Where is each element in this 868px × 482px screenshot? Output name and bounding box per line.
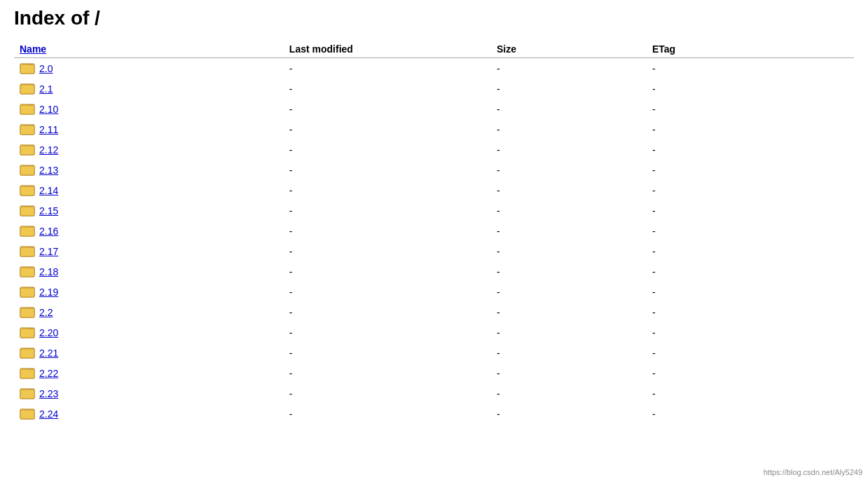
etag-cell: - <box>647 78 854 99</box>
folder-link[interactable]: 2.16 <box>39 226 58 237</box>
svg-rect-50 <box>20 390 34 399</box>
size-cell: - <box>491 383 647 404</box>
svg-rect-2 <box>20 64 34 74</box>
size-cell: - <box>491 241 647 261</box>
folder-link[interactable]: 2.2 <box>39 307 53 318</box>
etag-cell: - <box>647 200 854 221</box>
file-name-cell: 2.21 <box>14 343 284 363</box>
folder-icon <box>20 365 35 381</box>
last-modified-cell: - <box>284 383 491 404</box>
svg-rect-35 <box>20 288 34 297</box>
folder-link[interactable]: 2.14 <box>39 185 58 196</box>
file-name-cell: 2.24 <box>14 404 284 424</box>
svg-rect-47 <box>20 369 34 378</box>
folder-icon <box>20 142 35 158</box>
etag-cell: - <box>647 363 854 383</box>
folder-icon <box>20 162 35 178</box>
size-cell: - <box>491 160 647 180</box>
table-row: 2.19--- <box>14 282 854 302</box>
size-cell: - <box>491 282 647 302</box>
folder-link[interactable]: 2.12 <box>39 144 58 156</box>
svg-rect-38 <box>20 308 34 317</box>
etag-cell: - <box>647 261 854 282</box>
etag-cell: - <box>647 241 854 261</box>
column-header-size: Size <box>491 41 647 58</box>
file-name-cell: 2.10 <box>14 99 284 119</box>
size-cell: - <box>491 363 647 383</box>
file-name-cell: 2.20 <box>14 322 284 343</box>
last-modified-cell: - <box>284 241 491 261</box>
folder-icon <box>20 406 35 422</box>
svg-rect-11 <box>20 125 34 135</box>
size-cell: - <box>491 58 647 79</box>
file-name-cell: 2.1 <box>14 78 284 99</box>
folder-icon <box>20 202 35 219</box>
folder-link[interactable]: 2.17 <box>39 246 58 257</box>
last-modified-cell: - <box>284 78 491 99</box>
folder-icon <box>20 284 35 300</box>
folder-icon <box>20 385 35 401</box>
etag-cell: - <box>647 99 854 119</box>
svg-rect-29 <box>20 247 34 256</box>
table-row: 2.18--- <box>14 261 854 282</box>
last-modified-cell: - <box>284 180 491 200</box>
size-cell: - <box>491 200 647 221</box>
last-modified-cell: - <box>284 119 491 139</box>
page-title: Index of / <box>14 7 854 29</box>
folder-link[interactable]: 2.24 <box>39 408 58 420</box>
table-row: 2.14--- <box>14 180 854 200</box>
folder-icon <box>20 81 35 97</box>
folder-link[interactable]: 2.10 <box>39 104 58 115</box>
last-modified-cell: - <box>284 404 491 424</box>
etag-cell: - <box>647 282 854 302</box>
size-cell: - <box>491 404 647 424</box>
folder-icon <box>20 304 35 320</box>
folder-link[interactable]: 2.13 <box>39 165 58 176</box>
table-row: 2.13--- <box>14 160 854 180</box>
file-name-cell: 2.16 <box>14 221 284 241</box>
folder-link[interactable]: 2.20 <box>39 327 58 338</box>
name-sort-link[interactable]: Name <box>20 43 46 55</box>
file-name-cell: 2.13 <box>14 160 284 180</box>
svg-rect-32 <box>20 268 34 277</box>
last-modified-cell: - <box>284 200 491 221</box>
folder-link[interactable]: 2.19 <box>39 287 58 298</box>
svg-rect-20 <box>20 186 34 195</box>
table-row: 2.15--- <box>14 200 854 221</box>
folder-link[interactable]: 2.15 <box>39 205 58 216</box>
etag-cell: - <box>647 139 854 160</box>
etag-cell: - <box>647 160 854 180</box>
etag-cell: - <box>647 180 854 200</box>
folder-link[interactable]: 2.18 <box>39 266 58 277</box>
table-row: 2.23--- <box>14 383 854 404</box>
table-row: 2.21--- <box>14 343 854 363</box>
last-modified-cell: - <box>284 343 491 363</box>
size-cell: - <box>491 180 647 200</box>
table-row: 2.2--- <box>14 302 854 322</box>
table-row: 2.24--- <box>14 404 854 424</box>
folder-link[interactable]: 2.0 <box>39 63 53 74</box>
size-cell: - <box>491 99 647 119</box>
folder-link[interactable]: 2.22 <box>39 368 58 379</box>
svg-rect-26 <box>20 227 34 236</box>
folder-icon <box>20 263 35 280</box>
last-modified-cell: - <box>284 282 491 302</box>
last-modified-cell: - <box>284 302 491 322</box>
size-cell: - <box>491 78 647 99</box>
folder-link[interactable]: 2.21 <box>39 347 58 359</box>
etag-cell: - <box>647 119 854 139</box>
folder-link[interactable]: 2.23 <box>39 388 58 399</box>
column-header-etag: ETag <box>647 41 854 58</box>
svg-rect-44 <box>20 349 34 358</box>
folder-link[interactable]: 2.1 <box>39 83 53 95</box>
size-cell: - <box>491 322 647 343</box>
svg-rect-17 <box>20 166 34 175</box>
file-name-cell: 2.18 <box>14 261 284 282</box>
file-name-cell: 2.17 <box>14 241 284 261</box>
etag-cell: - <box>647 343 854 363</box>
last-modified-cell: - <box>284 221 491 241</box>
etag-cell: - <box>647 221 854 241</box>
last-modified-cell: - <box>284 139 491 160</box>
folder-link[interactable]: 2.11 <box>39 124 58 135</box>
etag-cell: - <box>647 302 854 322</box>
